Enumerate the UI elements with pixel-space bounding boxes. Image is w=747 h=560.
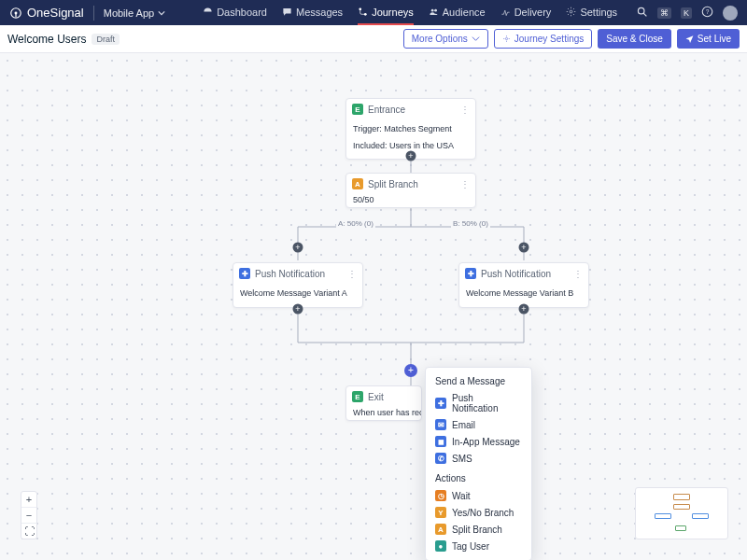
- journey-header: Welcome Users Draft More Options Journey…: [0, 25, 747, 53]
- popover-label: Tag User: [452, 541, 489, 552]
- send-icon: [685, 35, 694, 43]
- journey-title-area: Welcome Users Draft: [7, 33, 120, 46]
- search-icon: [636, 6, 648, 18]
- split-icon: A: [435, 524, 446, 535]
- popover-item-split[interactable]: ASplit Branch: [430, 521, 528, 538]
- svg-point-7: [571, 10, 573, 13]
- push-icon: ✚: [435, 398, 446, 409]
- shortcut-cmd: ⌘: [657, 7, 671, 19]
- nav-dashboard[interactable]: Dashboard: [203, 0, 267, 25]
- email-icon: ✉: [435, 419, 446, 430]
- gear-icon: [566, 7, 576, 17]
- popover-item-tag[interactable]: ●Tag User: [430, 538, 528, 554]
- node-push-b[interactable]: ✚ Push Notification ⋮ Welcome Message Va…: [458, 262, 589, 308]
- add-step-button[interactable]: +: [519, 304, 529, 315]
- journey-toolbar: More Options Journey Settings Save & Clo…: [403, 29, 740, 49]
- popover-label: Wait: [452, 491, 471, 501]
- popover-item-inapp[interactable]: ◼In-App Message: [430, 433, 528, 450]
- btn-label: Save & Close: [606, 34, 663, 44]
- app-switcher[interactable]: Mobile App: [104, 7, 165, 19]
- journey-canvas[interactable]: A: 50% (0) B: 50% (0) E Entrance ⋮ Trigg…: [0, 53, 747, 560]
- delivery-icon: [500, 7, 511, 17]
- nav-label: Settings: [580, 7, 617, 18]
- add-step-button[interactable]: +: [293, 304, 303, 315]
- popover-item-wait[interactable]: ◷Wait: [430, 487, 528, 504]
- zoom-out-button[interactable]: −: [21, 508, 36, 523]
- add-step-button[interactable]: +: [406, 151, 416, 161]
- chevron-down-icon: [158, 9, 165, 17]
- exit-icon: E: [352, 391, 363, 402]
- node-menu-button[interactable]: ⋮: [347, 269, 357, 279]
- shortcut-k: K: [681, 7, 692, 19]
- entrance-trigger: Trigger: Matches Segment: [353, 123, 469, 136]
- nav-label: Journeys: [372, 7, 414, 18]
- separator: [93, 6, 94, 21]
- popover-item-email[interactable]: ✉Email: [430, 416, 528, 433]
- avatar[interactable]: [723, 6, 738, 21]
- edge-label-a: A: 50% (0): [336, 219, 375, 228]
- brand-logo[interactable]: OneSignal: [9, 6, 84, 20]
- node-title: Entrance: [368, 105, 405, 115]
- set-live-button[interactable]: Set Live: [677, 29, 740, 49]
- edge-label-b: B: 50% (0): [451, 219, 490, 228]
- svg-point-4: [364, 13, 367, 16]
- add-step-button[interactable]: +: [519, 243, 529, 253]
- save-close-button[interactable]: Save & Close: [598, 29, 671, 49]
- nav-label: Audience: [443, 7, 486, 18]
- node-body: When user has received all: [346, 407, 421, 427]
- help-button[interactable]: ?: [701, 6, 713, 21]
- zoom-in-button[interactable]: +: [21, 492, 36, 507]
- topbar: OneSignal Mobile App Dashboard Messages …: [0, 0, 747, 25]
- popover-item-sms[interactable]: ✆SMS: [430, 450, 528, 467]
- popover-item-push[interactable]: ✚Push Notification: [430, 390, 528, 416]
- sms-icon: ✆: [435, 453, 446, 464]
- nav-label: Delivery: [514, 7, 552, 18]
- tag-icon: ●: [435, 540, 446, 552]
- app-switcher-label: Mobile App: [104, 7, 154, 19]
- minimap[interactable]: [635, 487, 728, 539]
- popover-label: SMS: [452, 454, 472, 464]
- split-icon: A: [352, 178, 363, 189]
- nav-delivery[interactable]: Delivery: [500, 0, 552, 25]
- node-exit[interactable]: E Exit When user has received all: [345, 385, 422, 421]
- journey-settings-button[interactable]: Journey Settings: [494, 29, 593, 49]
- split-ratio: 50/50: [346, 194, 475, 214]
- node-push-a[interactable]: ✚ Push Notification ⋮ Welcome Message Va…: [233, 262, 363, 308]
- onesignal-icon: [9, 7, 22, 20]
- entrance-icon: E: [352, 104, 363, 115]
- node-split[interactable]: A Split Branch ⋮ 50/50: [345, 173, 476, 208]
- search-button[interactable]: [636, 6, 648, 21]
- add-step-button[interactable]: +: [293, 243, 303, 253]
- journey-icon: [358, 7, 368, 17]
- node-menu-button[interactable]: ⋮: [460, 179, 470, 189]
- add-step-button-active[interactable]: +: [404, 364, 417, 377]
- push-icon: ✚: [239, 268, 250, 279]
- popover-label: In-App Message: [452, 437, 520, 447]
- nav-messages[interactable]: Messages: [282, 0, 343, 25]
- nav-journeys[interactable]: Journeys: [358, 0, 414, 25]
- zoom-controls: + − ⛶: [21, 491, 37, 539]
- popover-item-yesno[interactable]: YYes/No Branch: [430, 504, 528, 521]
- nav-label: Dashboard: [217, 7, 267, 18]
- push-icon: ✚: [465, 268, 476, 279]
- svg-rect-2: [15, 12, 16, 17]
- add-step-popover: Send a Message ✚Push Notification ✉Email…: [425, 367, 532, 560]
- popover-label: Split Branch: [452, 525, 502, 535]
- nav-settings[interactable]: Settings: [566, 0, 617, 25]
- svg-point-11: [505, 37, 507, 39]
- primary-nav: Dashboard Messages Journeys Audience Del…: [203, 0, 617, 25]
- svg-point-5: [431, 9, 434, 12]
- node-title: Push Notification: [481, 269, 551, 279]
- node-title: Push Notification: [255, 269, 325, 279]
- branch-icon: Y: [435, 507, 446, 518]
- node-menu-button[interactable]: ⋮: [460, 105, 470, 115]
- popover-section-messages: Send a Message: [430, 373, 528, 390]
- popover-label: Email: [452, 420, 475, 430]
- users-icon: [429, 7, 439, 17]
- node-menu-button[interactable]: ⋮: [573, 269, 583, 279]
- nav-audience[interactable]: Audience: [429, 0, 486, 25]
- more-options-button[interactable]: More Options: [403, 29, 488, 49]
- fit-view-button[interactable]: ⛶: [21, 524, 36, 539]
- node-title: Exit: [368, 392, 384, 402]
- inapp-icon: ◼: [435, 436, 446, 447]
